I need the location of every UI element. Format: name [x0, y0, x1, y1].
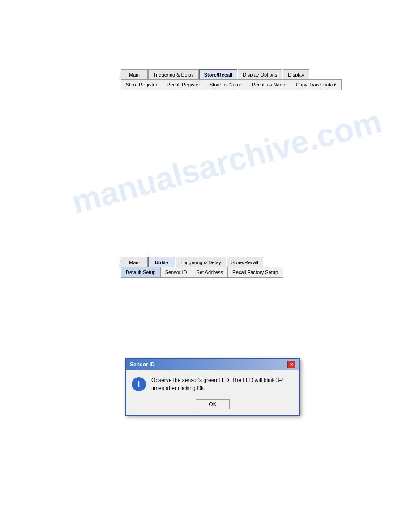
btn-store-as-name[interactable]: Store as Name	[205, 80, 247, 90]
btn-recall-register[interactable]: Recall Register	[162, 80, 205, 90]
dialog-footer: OK	[126, 397, 299, 415]
btn-set-address[interactable]: Set Address	[192, 267, 228, 277]
button-row-1: Store RegisterRecall RegisterStore as Na…	[121, 79, 342, 90]
tab-store-recall2[interactable]: Store/Recall	[227, 257, 263, 267]
btn-default-setup[interactable]: Default Setup	[121, 267, 161, 277]
tab-store-recall[interactable]: Store/Recall	[199, 69, 238, 79]
btn-sensor-id[interactable]: Sensor ID	[161, 267, 192, 277]
tab-display-options[interactable]: Display Options	[238, 69, 282, 79]
button-row-2: Default SetupSensor IDSet AddressRecall …	[121, 267, 283, 278]
dialog-body: i Observe the sensor's green LED. The LE…	[126, 370, 299, 397]
dialog-titlebar: Sensor ID ✕	[126, 359, 299, 370]
dialog-title: Sensor ID	[130, 361, 155, 368]
dialog-close-button[interactable]: ✕	[287, 361, 295, 368]
sensor-id-dialog: Sensor ID ✕ i Observe the sensor's green…	[125, 358, 300, 416]
tab-main[interactable]: Main	[121, 69, 148, 79]
btn-recall-factory-setup[interactable]: Recall Factory Setup	[228, 267, 283, 277]
ok-button[interactable]: OK	[196, 399, 229, 409]
dialog-message: Observe the sensor's green LED. The LED …	[151, 376, 294, 392]
btn-store-register[interactable]: Store Register	[121, 80, 162, 90]
tab-display[interactable]: Display	[283, 69, 309, 79]
toolbar-section-utility: MainUtilityTriggering & DelayStore/Recal…	[121, 257, 283, 278]
btn-copy-trace-data[interactable]: Copy Trace Data	[291, 80, 341, 90]
tab-row-2: MainUtilityTriggering & DelayStore/Recal…	[121, 257, 283, 267]
sensor-id-dialog-overlay: Sensor ID ✕ i Observe the sensor's green…	[125, 358, 300, 416]
tab-triggering-delay2[interactable]: Triggering & Delay	[176, 257, 226, 267]
tab-main2[interactable]: Main	[121, 257, 148, 267]
watermark: manualsarchive.com	[68, 103, 385, 221]
tab-triggering-delay[interactable]: Triggering & Delay	[148, 69, 199, 79]
info-icon: i	[132, 377, 146, 391]
btn-recall-as-name[interactable]: Recall as Name	[247, 80, 291, 90]
tab-row-1: MainTriggering & DelayStore/RecallDispla…	[121, 69, 342, 79]
toolbar-section-store-recall: MainTriggering & DelayStore/RecallDispla…	[121, 69, 342, 90]
tab-utility[interactable]: Utility	[148, 257, 175, 267]
top-divider	[0, 27, 411, 27]
